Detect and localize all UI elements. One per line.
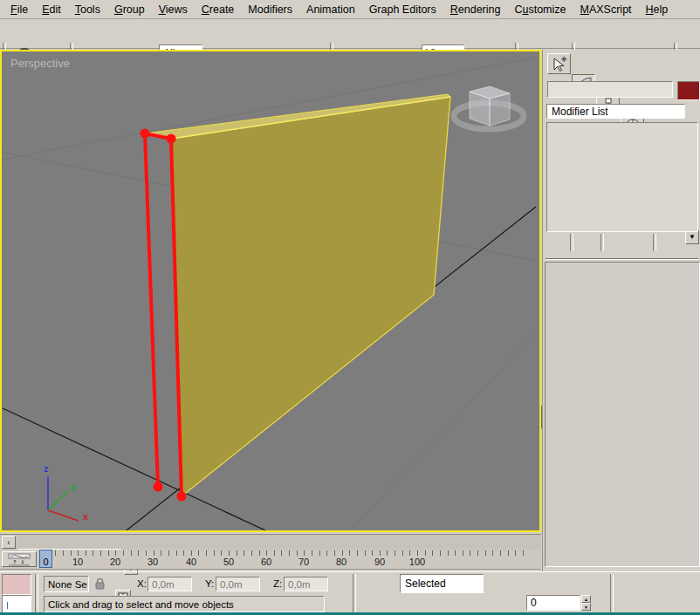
time-slider-prev-arrow[interactable]: ‹: [2, 536, 16, 549]
chevron-down-icon: ▼: [689, 233, 696, 241]
lock-icon: [94, 577, 106, 590]
status-prompt-field: Click and drag to select and move object…: [44, 596, 325, 612]
axis-y-label: y: [71, 482, 77, 492]
spinner-up-icon[interactable]: ▲: [581, 595, 591, 603]
object-color-swatch[interactable]: [677, 81, 700, 100]
ruler-ticks: [40, 550, 525, 556]
command-panel: Modifier List ▼: [542, 50, 700, 571]
ruler-label: 10: [72, 557, 83, 567]
stack-separator: [570, 234, 573, 251]
key-mode-dropdown[interactable]: Selected: [400, 574, 484, 593]
viewport-canvas: z y x: [2, 51, 539, 530]
menu-group[interactable]: Group: [107, 2, 152, 17]
track-bar[interactable]: 10 20 30 40 50 60 70 80 90 100 0: [0, 550, 541, 570]
axis-x-label: x: [83, 511, 89, 522]
status-separator: [610, 574, 614, 614]
x-coord-label: X:: [137, 578, 147, 589]
menu-modifiers[interactable]: Modifiers: [241, 2, 299, 17]
ruler-label: 20: [110, 557, 120, 567]
x-coord-field[interactable]: 0,0m: [148, 577, 192, 591]
ruler-label: 30: [148, 557, 158, 567]
panel-divider: [546, 258, 698, 260]
menu-edit[interactable]: Edit: [35, 2, 68, 17]
y-coord-field[interactable]: 0,0m: [216, 577, 260, 591]
viewport-label[interactable]: Perspective: [10, 57, 70, 70]
mini-curve-editor-icon: [8, 553, 31, 566]
perspective-viewport[interactable]: z y x Perspective: [0, 50, 541, 532]
y-coord-label: Y:: [205, 578, 214, 589]
3ds-max-window: File Edit Tools Group Views Create Modif…: [0, 0, 700, 615]
ruler-label: 90: [374, 557, 385, 567]
spinner-down-icon[interactable]: ▼: [581, 603, 591, 611]
open-mini-curve-editor-button[interactable]: [2, 551, 37, 567]
menu-maxscript[interactable]: MAXScript: [573, 2, 639, 17]
object-name-field[interactable]: [547, 81, 673, 98]
menu-bar: File Edit Tools Group Views Create Modif…: [0, 0, 700, 19]
menu-file[interactable]: File: [3, 2, 35, 17]
tab-create[interactable]: [547, 53, 571, 74]
modifier-stack-list[interactable]: [546, 122, 698, 232]
ruler-label: 50: [223, 557, 234, 567]
status-bar: None Se X: 0,0m Y: 0,0m Z: 0,0m Click an…: [0, 571, 700, 615]
ruler-label: 60: [261, 557, 271, 567]
selection-lock-toggle[interactable]: [93, 577, 106, 591]
ruler-label: 40: [186, 557, 196, 567]
menu-rendering[interactable]: Rendering: [443, 2, 508, 17]
menu-views[interactable]: Views: [152, 2, 195, 17]
main-toolbar: All ▼ View ▼: [0, 19, 700, 49]
menu-graph-editors[interactable]: Graph Editors: [362, 2, 443, 17]
status-separator: [353, 574, 356, 614]
axis-z-label: z: [44, 463, 49, 474]
stack-separator: [600, 234, 604, 251]
current-frame-marker[interactable]: 0: [39, 550, 52, 568]
viewcube[interactable]: [454, 86, 524, 129]
wall-object[interactable]: [145, 94, 450, 496]
time-slider-row: ‹ 0 / 100 ›: [0, 534, 541, 550]
frame-spinner[interactable]: ▲ ▼: [581, 595, 591, 611]
menu-tools[interactable]: Tools: [68, 2, 107, 17]
maxscript-macro-recorder-line[interactable]: [2, 574, 31, 595]
menu-customize[interactable]: Customize: [507, 2, 573, 17]
ruler-label: 70: [299, 557, 309, 567]
menu-create[interactable]: Create: [195, 2, 242, 17]
ruler-label: 100: [409, 557, 425, 567]
chevron-left-icon: ‹: [8, 538, 10, 547]
z-coord-label: Z:: [273, 578, 282, 589]
stack-separator: [653, 234, 656, 251]
modifier-list-dropdown[interactable]: Modifier List: [546, 104, 685, 119]
world-axis-tripod: z y x: [44, 463, 89, 522]
current-frame-field[interactable]: 0: [526, 595, 580, 611]
text-cursor: [7, 602, 8, 609]
menu-animation[interactable]: Animation: [299, 2, 362, 17]
ruler-label: 80: [336, 557, 347, 567]
selection-status-field: None Se: [44, 576, 89, 592]
create-icon: [551, 55, 568, 72]
z-coord-field[interactable]: 0,0m: [284, 577, 328, 591]
status-separator: [35, 574, 38, 614]
rollout-area[interactable]: [545, 262, 700, 567]
menu-help[interactable]: Help: [639, 2, 676, 17]
